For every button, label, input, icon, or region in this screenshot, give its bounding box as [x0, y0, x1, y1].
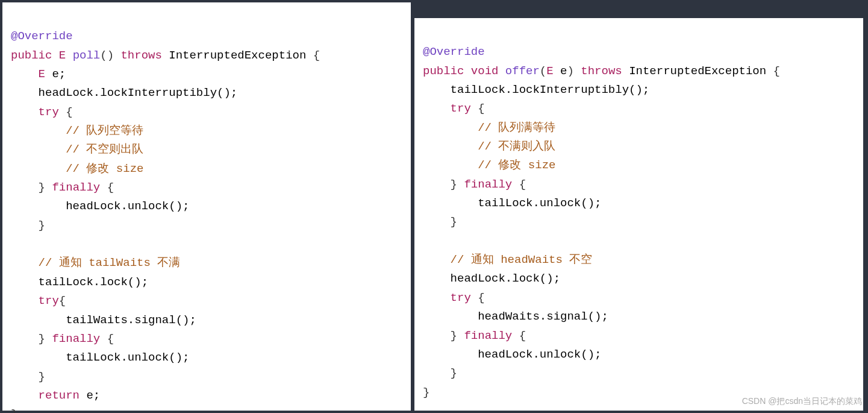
kw-return: return [39, 389, 80, 402]
brace-close-method: } [423, 386, 429, 399]
brace: { [471, 291, 485, 304]
exception-type: InterruptedException [629, 65, 766, 78]
var-decl: e; [45, 68, 66, 81]
indent [11, 106, 39, 119]
return-type: E [59, 49, 66, 62]
indent [11, 162, 66, 175]
kw-finally: finally [464, 178, 512, 191]
indent [423, 159, 478, 172]
param-type: E [546, 65, 553, 78]
kw-try: try [39, 106, 59, 119]
param-name: e [554, 65, 567, 78]
stmt-taillock: tailLock.lock(); [11, 276, 148, 289]
brace: { [512, 178, 526, 191]
return-var: e; [80, 389, 100, 402]
stmt-tailunlock: tailLock.unlock(); [423, 197, 601, 210]
comment-enqueue: // 不满则入队 [478, 140, 555, 153]
brace: { [59, 294, 66, 307]
comment-notify-tail: // 通知 tailWaits 不满 [39, 256, 181, 270]
stmt-unlock: headLock.unlock(); [11, 200, 189, 213]
brace-close: } [11, 332, 52, 345]
brace-close: } [11, 370, 45, 383]
brace: { [100, 181, 114, 194]
kw-finally: finally [52, 332, 100, 345]
watermark-text: CSDN @把csdn当日记本的菜鸡 [742, 394, 862, 408]
indent [423, 253, 451, 266]
indent [11, 68, 39, 81]
brace-open: { [306, 49, 320, 62]
kw-public: public [11, 49, 52, 62]
var-type: E [39, 68, 45, 81]
kw-finally: finally [52, 181, 100, 194]
kw-throws: throws [120, 49, 161, 62]
brace-open: { [766, 65, 780, 78]
kw-try: try [39, 294, 59, 307]
indent [11, 143, 66, 156]
paren-close: ) [567, 65, 573, 78]
kw-throws: throws [581, 65, 622, 78]
annotation-override: @Override [423, 45, 485, 58]
comment-notify-head: // 通知 headWaits 不空 [451, 253, 593, 266]
method-name-offer: offer [505, 65, 540, 78]
comment-size: // 修改 size [478, 159, 555, 172]
indent [11, 389, 39, 402]
comment-dequeue: // 不空则出队 [66, 143, 143, 156]
brace-close: } [423, 215, 457, 229]
kw-try: try [451, 291, 471, 304]
indent [423, 291, 451, 304]
annotation-override: @Override [11, 30, 73, 43]
brace-close: } [11, 181, 52, 194]
kw-public: public [423, 65, 464, 78]
stmt-lock: headLock.lockInterruptibly(); [11, 86, 237, 99]
indent [423, 121, 478, 134]
stmt-tailunlock: tailLock.unlock(); [11, 351, 189, 364]
exception-type: InterruptedException [169, 49, 306, 62]
brace: { [100, 332, 114, 345]
stmt-headunlock: headLock.unlock(); [423, 348, 601, 361]
brace-close: } [423, 367, 457, 380]
code-panel-offer: @Override public void offer(E e) throws … [414, 18, 863, 411]
indent [11, 256, 39, 270]
kw-finally: finally [464, 329, 512, 342]
brace-close-method: } [11, 408, 17, 413]
brace-close: } [11, 219, 45, 232]
brace: { [59, 106, 73, 119]
brace-close: } [423, 178, 464, 191]
brace: { [471, 102, 485, 115]
brace-close: } [423, 329, 464, 342]
indent [423, 102, 451, 115]
comment-size: // 修改 size [66, 162, 143, 175]
indent [423, 140, 478, 153]
comment-full-wait: // 队列满等待 [478, 121, 555, 134]
code-panel-poll: @Override public E poll() throws Interru… [2, 2, 411, 411]
stmt-signal: tailWaits.signal(); [11, 314, 196, 327]
indent [11, 294, 39, 307]
stmt-headlock: headLock.lock(); [423, 272, 560, 285]
stmt-signal: headWaits.signal(); [423, 310, 608, 323]
parens: () [100, 49, 114, 62]
brace: { [512, 329, 526, 342]
kw-void: void [471, 65, 499, 78]
paren-open: ( [540, 65, 546, 78]
stmt-taillock: tailLock.lockInterruptibly(); [423, 83, 649, 96]
indent [11, 124, 66, 137]
method-name-poll: poll [73, 49, 101, 62]
comment-empty-wait: // 队列空等待 [66, 124, 143, 137]
kw-try: try [451, 102, 471, 115]
